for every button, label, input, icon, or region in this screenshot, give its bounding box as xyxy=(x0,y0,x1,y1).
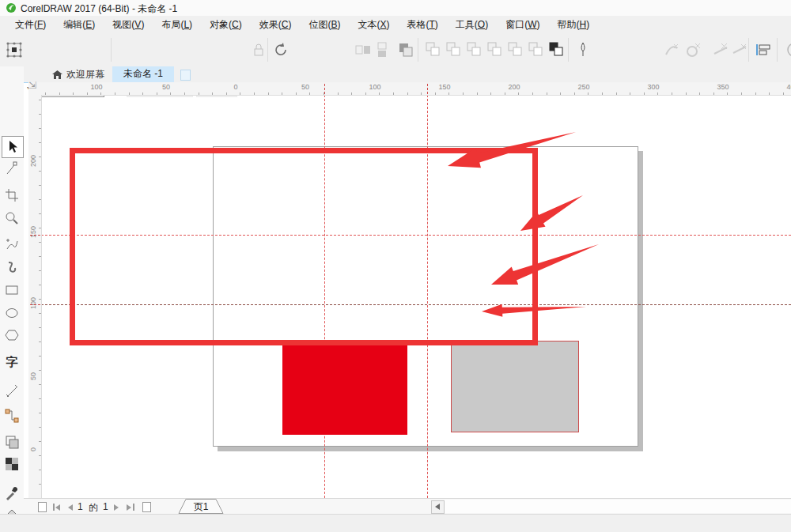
hruler-label-100: 100 xyxy=(90,83,103,91)
hruler-label-50: 50 xyxy=(299,83,312,91)
previous-page-button[interactable] xyxy=(68,504,73,511)
shaping-create-boundary-icon[interactable] xyxy=(548,41,566,58)
menu-item-table[interactable]: 表格T xyxy=(398,17,446,33)
text-tool-glyph: 字 xyxy=(6,355,18,370)
vertical-ruler[interactable]: 200150100500 xyxy=(28,95,42,498)
object-position-grid-icon xyxy=(6,41,23,58)
text-tool[interactable]: 字 xyxy=(2,352,22,372)
hruler-label-0: 0 xyxy=(229,83,242,91)
gray-rectangle-object[interactable] xyxy=(451,341,579,432)
shaping-simplify-icon xyxy=(486,41,504,58)
menu-item-effects[interactable]: 效果C xyxy=(251,17,301,33)
hruler-label-150: 150 xyxy=(438,83,451,91)
red-filled-rectangle-object[interactable] xyxy=(282,345,407,435)
lock-ratio-icon[interactable] xyxy=(250,41,267,58)
last-page-button[interactable] xyxy=(127,504,131,511)
vruler-label-0: 0 xyxy=(29,436,37,451)
page-tab-page1[interactable]: 页1 xyxy=(178,499,224,514)
menu-item-object[interactable]: 对象C xyxy=(201,17,251,33)
scroll-left-button[interactable] xyxy=(431,500,445,514)
first-page-button[interactable] xyxy=(55,504,60,511)
options-icon xyxy=(783,41,791,58)
artistic-media-tool[interactable] xyxy=(2,258,22,278)
status-bar xyxy=(0,514,791,532)
menu-item-help[interactable]: 帮助H xyxy=(548,17,598,33)
remove-segment-icon xyxy=(712,41,729,58)
title-bar: CorelDRAW 2017 (64-Bit) - 未命名 -1 xyxy=(0,0,791,16)
add-page-end-icon[interactable] xyxy=(142,502,151,512)
shaping-trim-icon xyxy=(445,41,463,58)
next-page-button[interactable] xyxy=(114,504,119,511)
rectangle-tool[interactable] xyxy=(2,280,22,300)
hruler-label-200: 200 xyxy=(508,83,520,91)
page-navigation-bar: 1 的 1 页1 xyxy=(24,498,791,515)
pick-tool[interactable] xyxy=(2,136,24,158)
toolbox: 字 xyxy=(0,66,24,532)
vruler-label-150: 150 xyxy=(29,222,37,238)
hruler-label-350: 350 xyxy=(717,83,729,91)
zoom-tool[interactable] xyxy=(2,208,22,228)
hruler-label-250: 250 xyxy=(577,83,590,91)
shape-tool[interactable] xyxy=(2,158,22,179)
current-page-number: 1 xyxy=(78,501,83,512)
text-align-icon[interactable] xyxy=(755,41,772,58)
coreldraw-logo-icon xyxy=(6,2,17,13)
hruler-label-400: 400 xyxy=(786,83,791,91)
object-order-icon[interactable] xyxy=(397,41,414,58)
menu-item-bitmaps[interactable]: 位图B xyxy=(300,17,349,33)
mirror-horizontal-icon xyxy=(354,41,372,58)
dimension-tool[interactable] xyxy=(2,382,22,402)
add-page-start-icon[interactable] xyxy=(38,502,47,512)
horizontal-scrollbar-track[interactable] xyxy=(445,500,791,513)
vruler-label-100: 100 xyxy=(29,293,37,309)
to-curves-icon xyxy=(663,41,680,58)
hruler-label-300: 300 xyxy=(647,83,660,91)
tab-welcome-screen[interactable]: 欢迎屏幕 xyxy=(52,68,104,81)
transparency-tool[interactable] xyxy=(2,454,22,474)
welcome-tab-label: 欢迎屏幕 xyxy=(66,68,104,81)
drop-shadow-tool[interactable] xyxy=(2,432,22,452)
menu-item-edit[interactable]: 编辑E xyxy=(55,17,104,33)
horizontal-ruler[interactable]: 10050050100150200250300350400 xyxy=(28,82,791,96)
close-curve-icon xyxy=(685,41,702,58)
vruler-label-50: 50 xyxy=(29,364,37,380)
menu-item-file[interactable]: 文件F xyxy=(6,17,55,33)
mirror-vertical-icon xyxy=(373,41,391,58)
shaping-front-minus-back-icon xyxy=(507,41,524,58)
hruler-label-100: 100 xyxy=(369,83,381,91)
shaping-back-minus-front-icon xyxy=(528,41,545,58)
menu-item-view[interactable]: 视图V xyxy=(104,17,153,33)
polygon-tool[interactable] xyxy=(2,325,22,345)
page-of-label: 的 xyxy=(89,501,98,515)
menu-item-layout[interactable]: 布局L xyxy=(153,17,201,33)
menu-bar: 文件F编辑E视图V布局L对象C效果C位图B文本X表格T工具O窗口W帮助H xyxy=(0,16,791,33)
hruler-label-50: 50 xyxy=(160,83,172,91)
menu-item-text[interactable]: 文本X xyxy=(349,17,398,33)
color-eyedropper-tool[interactable] xyxy=(2,483,22,504)
window-title: CorelDRAW 2017 (64-Bit) - 未命名 -1 xyxy=(21,2,177,16)
outline-pen-icon xyxy=(574,41,592,58)
property-bar: X: .0 mm Y: 99.347 mm ↔ .0 mm ↕ .0 mm 10… xyxy=(0,33,791,67)
document-tab-bar: 欢迎屏幕 未命名 -1 xyxy=(24,66,791,83)
reduce-nodes-icon xyxy=(731,41,748,58)
page-tab-label: 页1 xyxy=(178,500,224,514)
shaping-intersect-icon xyxy=(466,41,483,58)
new-document-tab-button[interactable] xyxy=(180,70,191,81)
menu-item-tools[interactable]: 工具O xyxy=(447,17,497,33)
ellipse-tool[interactable] xyxy=(2,303,22,323)
connector-tool[interactable] xyxy=(2,406,22,426)
home-icon xyxy=(52,70,62,80)
total-page-number: 1 xyxy=(103,501,108,512)
menu-item-window[interactable]: 窗口W xyxy=(497,17,548,33)
freehand-tool[interactable] xyxy=(2,234,22,255)
shaping-weld-icon xyxy=(425,41,442,58)
red-outline-rectangle-object[interactable] xyxy=(70,148,538,345)
ruler-origin-icon[interactable]: ⇲ xyxy=(28,80,44,94)
vruler-label-200: 200 xyxy=(29,151,37,167)
rotation-angle-icon xyxy=(272,41,290,58)
tab-document-active[interactable]: 未命名 -1 xyxy=(112,66,174,82)
crop-tool[interactable] xyxy=(2,185,22,206)
